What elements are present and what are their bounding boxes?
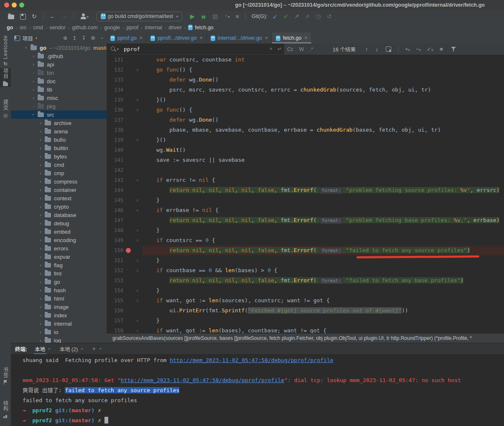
chevron-right-icon[interactable]: › xyxy=(38,120,43,125)
line-number[interactable]: 147 xyxy=(107,217,124,223)
search-input[interactable]: ▾ pprof × ↵ xyxy=(107,43,284,54)
tree-item[interactable]: ›lib xyxy=(11,85,107,94)
collapse-all-icon[interactable]: ↧ xyxy=(81,35,86,41)
code-editor[interactable]: 131var countsrc, countbase int132∨go fun… xyxy=(107,55,504,333)
fold-gutter[interactable]: ∧ xyxy=(132,319,143,323)
regex-toggle[interactable]: .* xyxy=(310,46,313,52)
sidebar-item-structure[interactable]: 结构 xyxy=(0,400,11,419)
chevron-right-icon[interactable]: › xyxy=(38,145,43,151)
fold-gutter[interactable]: ∧ xyxy=(132,138,143,142)
code-line[interactable]: 156 ui.PrintErr(fmt.Sprintf("Fetched #{g… xyxy=(107,306,504,316)
git-update-icon[interactable]: ↙ xyxy=(273,10,278,22)
tree-item[interactable]: ›internal xyxy=(11,319,107,328)
chevron-right-icon[interactable]: › xyxy=(38,154,43,159)
tree-item[interactable]: ›hash xyxy=(11,286,107,294)
match-case-toggle[interactable]: Cc xyxy=(287,46,293,52)
tree-item[interactable]: ›bin xyxy=(11,69,107,77)
search-query[interactable]: pprof xyxy=(124,46,267,52)
tree-item[interactable]: ›builtin xyxy=(11,144,107,152)
add-occurrence-icon[interactable]: +II xyxy=(405,46,410,52)
fold-gutter[interactable]: ∨ xyxy=(132,298,143,303)
chevron-right-icon[interactable]: › xyxy=(38,321,43,326)
chevron-right-icon[interactable]: › xyxy=(24,45,29,51)
tree-item[interactable]: ›flag xyxy=(11,261,107,269)
line-number[interactable]: 133 xyxy=(107,77,124,83)
line-number[interactable]: 153 xyxy=(107,278,124,283)
newline-icon[interactable]: ↵ xyxy=(277,46,282,52)
line-number[interactable]: 158 xyxy=(107,328,124,333)
run-configuration-select[interactable]: go build cmd/go/internal/test ▾ xyxy=(97,12,182,21)
code-line[interactable]: 152∨if countbase == 0 && len(bases) > 0 … xyxy=(107,265,504,275)
chevron-right-icon[interactable]: › xyxy=(38,137,43,142)
code-line[interactable]: 143∨if errsrc != nil { xyxy=(107,175,504,185)
close-icon[interactable]: × xyxy=(80,346,83,351)
back-icon[interactable]: ← xyxy=(50,10,56,22)
chevron-right-icon[interactable]: › xyxy=(38,296,43,301)
code-line[interactable]: 141save := savesrc || savebase xyxy=(107,155,504,165)
git-rollback-icon[interactable]: ↺ xyxy=(327,10,332,22)
sidebar-item-project[interactable]: 项目 xyxy=(0,68,11,87)
tree-item[interactable]: ›debug xyxy=(11,219,107,227)
line-number[interactable]: 154 xyxy=(107,288,124,293)
breadcrumb-item[interactable]: github.com xyxy=(72,25,98,31)
tree-item[interactable]: ›misc xyxy=(11,94,107,102)
code-line[interactable]: 132∨go func() { xyxy=(107,65,504,75)
line-number[interactable]: 137 xyxy=(107,117,124,123)
open-folder-icon[interactable] xyxy=(8,10,14,22)
stop-button[interactable]: ■ xyxy=(236,10,239,22)
git-history-icon[interactable]: ◷ xyxy=(316,10,321,22)
tree-item[interactable]: ›arena xyxy=(11,127,107,135)
fold-gutter[interactable]: ∨ xyxy=(132,238,143,242)
editor-tab[interactable]: internal/.../driver.go× xyxy=(207,33,272,43)
fold-gutter[interactable]: ∨ xyxy=(132,208,143,212)
tree-item[interactable]: ›bytes xyxy=(11,152,107,161)
tree-item[interactable]: ›src xyxy=(11,110,107,119)
terminal-link[interactable]: http://mem_2023-11-02_05:47:58/debug/ppr… xyxy=(170,357,333,363)
breadcrumb-item[interactable]: driver xyxy=(168,25,181,31)
fold-gutter[interactable]: ∧ xyxy=(132,228,143,232)
tree-item[interactable]: ›embed xyxy=(11,227,107,236)
chevron-right-icon[interactable]: › xyxy=(38,263,43,268)
breadcrumb-item[interactable]: fetch.go xyxy=(195,25,213,31)
line-number[interactable]: 155 xyxy=(107,298,124,304)
sidebar-item-commit[interactable]: 提交 ◎ xyxy=(0,99,11,118)
line-number[interactable]: 141 xyxy=(107,157,124,163)
code-line[interactable]: 157∧} xyxy=(107,316,504,326)
project-panel-title[interactable]: 项目 xyxy=(23,34,33,42)
profiler-icon[interactable]: ◔▾ xyxy=(224,10,229,23)
line-number[interactable]: 157 xyxy=(107,318,124,324)
code-line[interactable]: 154∧} xyxy=(107,286,504,296)
fold-gutter[interactable]: ∨ xyxy=(132,68,143,72)
breakpoint-icon[interactable] xyxy=(126,248,131,253)
code-line[interactable]: 140wg.Wait() xyxy=(107,145,504,155)
chevron-right-icon[interactable]: › xyxy=(31,79,36,84)
line-number[interactable]: 136 xyxy=(107,107,124,113)
breadcrumb-item[interactable]: vendor xyxy=(50,25,66,31)
code-line[interactable]: 150 return nil, nil, nil, nil, false, fm… xyxy=(107,245,504,255)
code-line[interactable]: 145∧} xyxy=(107,195,504,205)
line-number[interactable]: 151 xyxy=(107,258,124,263)
fold-gutter[interactable]: ∨ xyxy=(132,268,143,273)
chevron-right-icon[interactable]: › xyxy=(38,304,43,309)
line-number[interactable]: 148 xyxy=(107,227,124,233)
chevron-right-icon[interactable]: › xyxy=(38,204,43,209)
code-line[interactable]: 142 xyxy=(107,165,504,175)
close-icon[interactable]: × xyxy=(265,35,268,41)
breadcrumb-item[interactable]: go xyxy=(7,25,13,31)
git-cherry-pick-icon[interactable]: ⇗ xyxy=(305,10,310,22)
breakpoint-gutter[interactable] xyxy=(124,248,132,253)
tree-item[interactable]: ›container xyxy=(11,186,107,194)
code-line[interactable]: 155∨if want, got := len(sources), counts… xyxy=(107,296,504,306)
code-line[interactable]: 131var countsrc, countbase int xyxy=(107,55,504,65)
chevron-right-icon[interactable]: › xyxy=(31,95,36,100)
chevron-right-icon[interactable]: › xyxy=(31,87,36,92)
toggle-occurrences-icon[interactable]: ✓II xyxy=(427,46,433,52)
fold-gutter[interactable]: ∧ xyxy=(132,198,143,202)
line-number[interactable]: 139 xyxy=(107,137,124,143)
minimize-window-button[interactable] xyxy=(12,3,17,8)
next-occurrence-icon[interactable]: ↓ xyxy=(375,46,378,52)
tree-item[interactable]: ›fmt xyxy=(11,269,107,278)
line-number[interactable]: 134 xyxy=(107,87,124,93)
terminal-link[interactable]: http://mem_2023-11-02_05:47:58/debug/ppr… xyxy=(121,377,284,383)
coverage-icon[interactable]: ▧ xyxy=(212,10,218,22)
